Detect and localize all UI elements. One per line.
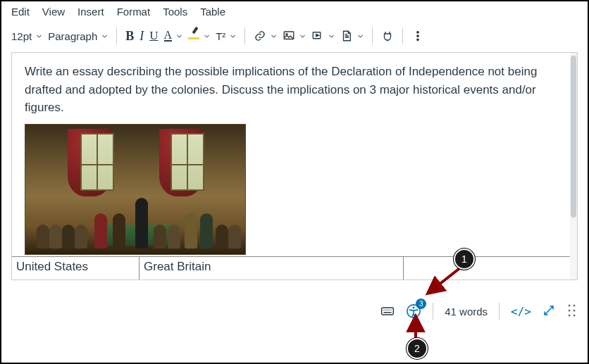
svg-point-10 xyxy=(574,304,576,306)
table-cell[interactable]: United States xyxy=(12,257,140,280)
fullscreen-button[interactable] xyxy=(542,304,555,319)
link-dropdown[interactable] xyxy=(254,30,277,42)
chevron-down-icon xyxy=(36,33,42,39)
menu-tools[interactable]: Tools xyxy=(163,6,187,18)
svg-point-13 xyxy=(569,314,571,316)
chevron-down-icon xyxy=(271,33,277,39)
text-color-dropdown[interactable]: A xyxy=(164,30,183,42)
separator xyxy=(372,27,373,44)
menu-view[interactable]: View xyxy=(42,6,65,18)
resize-handle[interactable] xyxy=(566,303,578,320)
underline-button[interactable]: U xyxy=(149,29,158,43)
superscript-dropdown[interactable]: T² xyxy=(216,30,236,42)
editor-area[interactable]: Write an essay describing the possible i… xyxy=(11,52,578,280)
accessibility-checker-button[interactable]: 3 xyxy=(406,303,421,319)
media-icon xyxy=(311,30,324,42)
svg-point-4 xyxy=(417,35,418,37)
svg-rect-6 xyxy=(382,308,394,315)
callout-2: 2 xyxy=(407,338,428,359)
menu-insert[interactable]: Insert xyxy=(78,6,104,18)
chevron-down-icon xyxy=(328,33,335,39)
chevron-down-icon xyxy=(230,33,236,39)
chevron-down-icon xyxy=(357,33,364,39)
table-cell[interactable] xyxy=(404,257,570,280)
superscript-icon: T² xyxy=(216,30,225,42)
svg-point-12 xyxy=(574,309,576,311)
svg-point-9 xyxy=(569,304,571,306)
content-table[interactable]: United States Great Britain xyxy=(12,256,570,280)
html-editor-toggle[interactable]: </> xyxy=(511,305,531,318)
svg-point-8 xyxy=(413,306,415,308)
font-size-dropdown[interactable]: 12pt xyxy=(11,30,42,42)
menu-bar: Edit View Insert Format Tools Table xyxy=(1,1,588,25)
callout-1: 1 xyxy=(454,249,475,270)
toolbar: 12pt Paragraph B I U A T² xyxy=(1,25,588,52)
accessibility-issue-count-badge: 3 xyxy=(416,299,426,309)
chevron-down-icon xyxy=(299,33,306,39)
separator xyxy=(402,27,403,44)
link-icon xyxy=(254,30,266,42)
svg-point-11 xyxy=(569,309,571,311)
font-size-label: 12pt xyxy=(11,30,32,42)
scrollbar-track[interactable] xyxy=(570,53,577,280)
chevron-down-icon xyxy=(101,33,108,39)
highlight-color-dropdown[interactable] xyxy=(188,33,210,39)
separator xyxy=(433,303,433,320)
status-bar: 3 41 words </> xyxy=(11,297,578,325)
italic-button[interactable]: I xyxy=(140,29,144,44)
menu-edit[interactable]: Edit xyxy=(11,6,30,18)
chevron-down-icon xyxy=(204,33,210,39)
svg-point-3 xyxy=(417,32,418,33)
word-count[interactable]: 41 words xyxy=(445,306,488,318)
highlight-icon xyxy=(188,33,199,39)
table-cell[interactable]: Great Britain xyxy=(140,257,404,280)
embedded-image[interactable] xyxy=(25,124,246,255)
svg-point-14 xyxy=(574,314,576,316)
more-options-button[interactable] xyxy=(411,30,424,42)
menu-table[interactable]: Table xyxy=(200,6,225,18)
menu-format[interactable]: Format xyxy=(117,6,151,18)
image-dropdown[interactable] xyxy=(283,30,306,42)
media-dropdown[interactable] xyxy=(311,30,335,42)
separator xyxy=(499,303,500,320)
document-dropdown[interactable] xyxy=(340,30,364,42)
block-format-label: Paragraph xyxy=(48,30,97,42)
image-icon xyxy=(283,30,295,42)
document-icon xyxy=(340,30,353,42)
editor-prompt-text: Write an essay describing the possible i… xyxy=(25,63,560,117)
block-format-dropdown[interactable]: Paragraph xyxy=(48,30,108,42)
separator xyxy=(116,27,117,44)
bold-button[interactable]: B xyxy=(125,29,134,44)
scrollbar-thumb[interactable] xyxy=(571,56,576,218)
apps-plugin-button[interactable] xyxy=(381,30,394,42)
text-color-icon: A xyxy=(164,30,173,42)
keyboard-shortcuts-button[interactable] xyxy=(380,304,395,318)
svg-point-5 xyxy=(417,39,418,40)
chevron-down-icon xyxy=(176,33,182,39)
separator xyxy=(244,27,245,44)
